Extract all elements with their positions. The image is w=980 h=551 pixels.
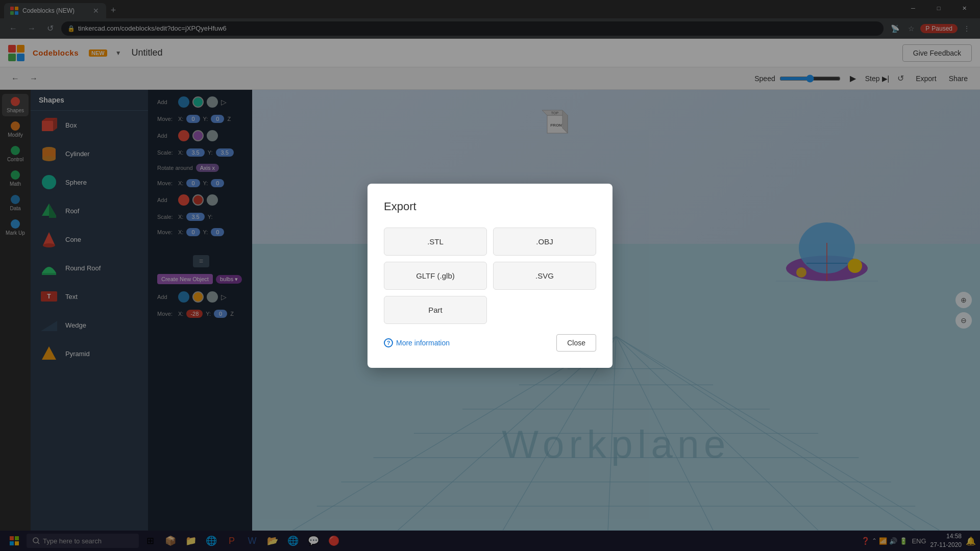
export-options-grid: .STL .OBJ GLTF (.glb) .SVG Part <box>384 228 596 324</box>
more-info-link[interactable]: ? More information <box>384 338 450 347</box>
more-info-icon: ? <box>384 338 393 347</box>
more-info-text: More information <box>396 339 450 347</box>
export-modal: Export .STL .OBJ GLTF (.glb) .SVG Part ?… <box>368 184 612 368</box>
modal-title: Export <box>384 200 596 213</box>
modal-footer: ? More information Close <box>384 334 596 352</box>
export-obj-button[interactable]: .OBJ <box>493 228 596 256</box>
export-svg-button[interactable]: .SVG <box>493 262 596 290</box>
export-gltf-button[interactable]: GLTF (.glb) <box>384 262 487 290</box>
modal-overlay[interactable]: Export .STL .OBJ GLTF (.glb) .SVG Part ?… <box>0 0 980 551</box>
close-modal-button[interactable]: Close <box>556 334 596 352</box>
export-stl-button[interactable]: .STL <box>384 228 487 256</box>
export-part-button[interactable]: Part <box>384 296 487 324</box>
